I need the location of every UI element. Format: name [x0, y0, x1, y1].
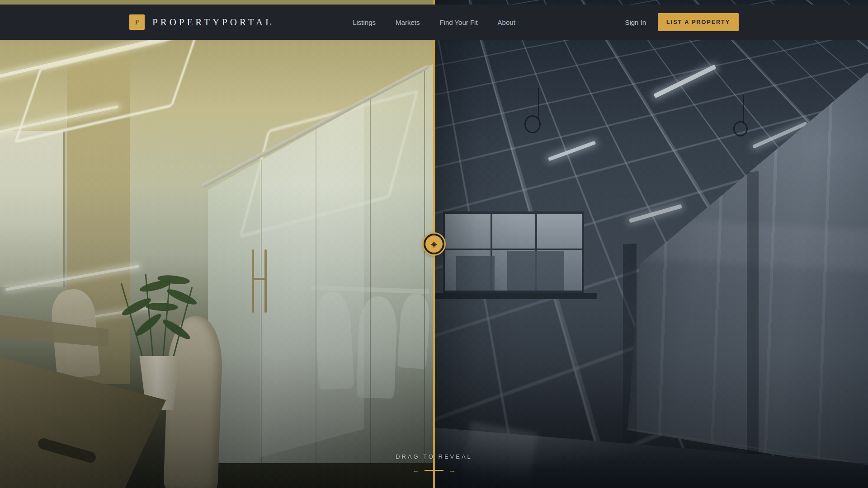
header-actions: Sign In LIST A PROPERTY: [625, 13, 739, 31]
cool-tint-overlay: [434, 0, 868, 488]
header-container: P PROPERTYPORTAL Listings Markets Find Y…: [129, 5, 739, 40]
before-image-unfinished-shell: [434, 0, 868, 488]
vignette-overlay: [0, 0, 434, 488]
sign-in-link[interactable]: Sign In: [625, 19, 646, 26]
nav-link-listings[interactable]: Listings: [353, 19, 376, 26]
drag-hint-arrows: ← →: [412, 467, 456, 474]
arrow-right-icon: →: [449, 467, 456, 474]
brand-logo[interactable]: P PROPERTYPORTAL: [129, 14, 274, 30]
list-a-property-button[interactable]: LIST A PROPERTY: [658, 13, 739, 31]
site-header: P PROPERTYPORTAL Listings Markets Find Y…: [0, 5, 868, 40]
drag-hint: DRAG TO REVEAL ← →: [0, 453, 868, 474]
nav-link-markets[interactable]: Markets: [396, 19, 420, 26]
brand-logo-letter: P: [135, 19, 139, 26]
drag-hint-label: DRAG TO REVEAL: [396, 453, 472, 460]
hero-comparison-slider[interactable]: ◈ DRAG TO REVEAL ← →: [0, 0, 868, 488]
after-image-finished-office: [0, 0, 434, 488]
drag-hint-line: [425, 470, 443, 471]
nav-link-find-your-fit[interactable]: Find Your Fit: [439, 19, 477, 26]
brand-name: PROPERTYPORTAL: [152, 17, 274, 28]
main-nav: Listings Markets Find Your Fit About: [353, 19, 515, 26]
brand-logo-mark: P: [129, 14, 145, 30]
arrow-left-icon: ←: [412, 467, 419, 474]
nav-link-about[interactable]: About: [498, 19, 515, 26]
diamond-icon: ◈: [431, 240, 437, 248]
slider-handle[interactable]: ◈: [424, 234, 444, 254]
